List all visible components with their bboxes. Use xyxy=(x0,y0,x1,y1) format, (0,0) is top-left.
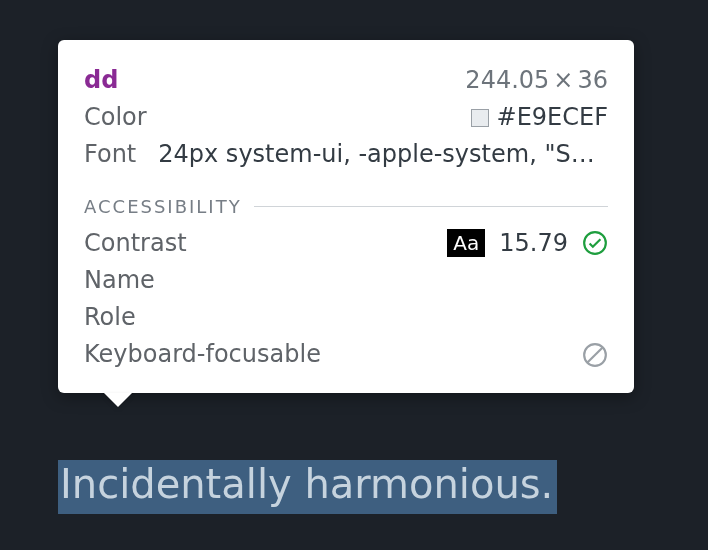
contrast-label: Contrast xyxy=(84,225,187,262)
name-label: Name xyxy=(84,262,155,299)
contrast-value: 15.79 xyxy=(499,225,568,262)
obscured-background-text xyxy=(58,419,634,459)
font-row: Font 24px system-ui, -apple-system, "Seg… xyxy=(84,136,608,173)
font-value: 24px system-ui, -apple-system, "Segoe… xyxy=(158,136,608,173)
inspected-element-highlight[interactable]: Incidentally harmonious. xyxy=(58,460,557,514)
color-label: Color xyxy=(84,99,147,136)
dimensions-height: 36 xyxy=(577,66,608,94)
font-label: Font xyxy=(84,136,136,173)
svg-point-0 xyxy=(584,232,606,254)
keyboard-focusable-row: Keyboard-focusable xyxy=(84,336,608,373)
accessibility-title: ACCESSIBILITY xyxy=(84,196,242,217)
contrast-value-group: Aa 15.79 xyxy=(447,225,608,262)
tag-name: dd xyxy=(84,62,118,99)
accessibility-section-header: ACCESSIBILITY xyxy=(84,196,608,217)
element-inspector-tooltip: dd 244.05×36 Color #E9ECEF Font 24px sys… xyxy=(58,40,634,393)
color-swatch-icon xyxy=(471,109,489,127)
role-row: Role xyxy=(84,299,608,336)
header-row: dd 244.05×36 xyxy=(84,62,608,99)
times-symbol: × xyxy=(553,66,573,94)
check-circle-icon xyxy=(582,230,608,256)
keyboard-label: Keyboard-focusable xyxy=(84,336,321,373)
color-value: #E9ECEF xyxy=(497,99,608,136)
contrast-sample-badge: Aa xyxy=(447,229,485,257)
color-row: Color #E9ECEF xyxy=(84,99,608,136)
name-row: Name xyxy=(84,262,608,299)
role-label: Role xyxy=(84,299,136,336)
color-value-wrap: #E9ECEF xyxy=(471,99,608,136)
svg-line-2 xyxy=(587,347,602,362)
not-applicable-icon xyxy=(582,342,608,368)
divider-line xyxy=(254,206,608,207)
dimensions: 244.05×36 xyxy=(465,62,608,99)
contrast-row: Contrast Aa 15.79 xyxy=(84,225,608,262)
dimensions-width: 244.05 xyxy=(465,66,549,94)
